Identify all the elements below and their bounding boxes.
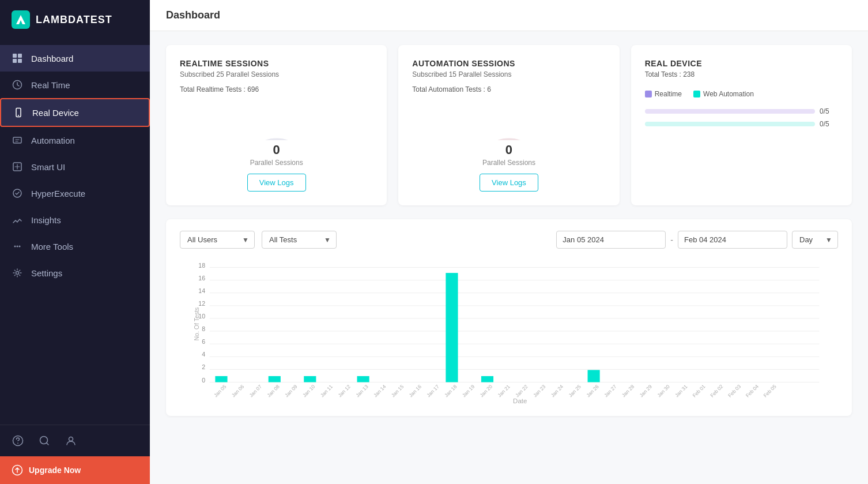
realtime-card-subtitle: Subscribed 25 Parallel Sessions	[180, 70, 373, 78]
legend-webautomation-dot	[693, 91, 700, 97]
svg-point-11	[14, 246, 16, 247]
realtime-parallel-label: Parallel Sessions	[250, 159, 303, 167]
svg-text:Feb 03: Feb 03	[727, 384, 742, 399]
sidebar-item-hyperexecute[interactable]: HyperExecute	[0, 180, 150, 207]
realtime-view-logs-button[interactable]: View Logs	[247, 174, 306, 192]
svg-point-12	[17, 246, 18, 247]
legend-webautomation-label: Web Automation	[703, 90, 754, 98]
automation-icon	[12, 134, 23, 146]
progress-bar-bg-1	[645, 109, 815, 114]
bar-jan14	[357, 376, 369, 382]
tests-filter-wrapper: All Tests ▼	[262, 231, 337, 249]
sidebar-item-label: Real Device	[32, 108, 79, 118]
realdevice-card-title: REAL DEVICE	[645, 59, 838, 68]
svg-text:4: 4	[202, 351, 205, 358]
sidebar-item-label: Automation	[31, 136, 75, 145]
automation-view-logs-button[interactable]: View Logs	[480, 174, 538, 192]
svg-text:Jan 25: Jan 25	[568, 384, 583, 399]
automation-card-title: AUTOMATION SESSIONS	[412, 59, 605, 68]
sidebar-item-realdevice[interactable]: Real Device	[0, 98, 150, 127]
realtime-icon	[12, 79, 23, 91]
granularity-select[interactable]: Day	[792, 231, 838, 249]
hyperexecute-icon	[12, 187, 23, 199]
svg-text:Jan 21: Jan 21	[496, 384, 511, 399]
sidebar-item-realtime[interactable]: Real Time	[0, 72, 150, 98]
logo: LAMBDATEST	[0, 0, 150, 39]
svg-text:Date: Date	[513, 397, 527, 404]
sidebar-item-smartui[interactable]: Smart UI	[0, 153, 150, 180]
svg-text:Feb 01: Feb 01	[692, 384, 707, 399]
sidebar-item-insights[interactable]: Insights	[0, 207, 150, 233]
page-header: Dashboard	[150, 0, 868, 31]
progress-bar-bg-2	[645, 122, 815, 126]
svg-text:14: 14	[198, 287, 205, 294]
svg-text:Jan 28: Jan 28	[621, 384, 636, 399]
bar-jan10	[304, 376, 316, 382]
svg-text:Jan 18: Jan 18	[443, 384, 458, 399]
sidebar-item-label: More Tools	[31, 242, 73, 252]
svg-point-14	[16, 272, 19, 275]
realtime-sessions-card: REALTIME SESSIONS Subscribed 25 Parallel…	[166, 45, 387, 205]
automation-parallel-label: Parallel Sessions	[482, 159, 535, 167]
svg-point-17	[69, 437, 73, 441]
legend-webautomation: Web Automation	[693, 90, 754, 98]
users-filter-select[interactable]: All Users	[180, 231, 255, 249]
svg-text:Jan 07: Jan 07	[248, 384, 263, 399]
automation-card-subtitle: Subscribed 15 Parallel Sessions	[412, 70, 605, 78]
sidebar-item-moretools[interactable]: More Tools	[0, 233, 150, 260]
realdevice-legend: Realtime Web Automation	[645, 90, 838, 98]
svg-text:Jan 31: Jan 31	[674, 384, 689, 399]
svg-point-7	[18, 115, 19, 116]
svg-text:Jan 09: Jan 09	[284, 384, 299, 399]
realdevice-card-stat: Total Tests : 238	[645, 70, 838, 78]
tests-filter-select[interactable]: All Tests	[262, 231, 337, 249]
svg-text:No. Of Tests: No. Of Tests	[193, 307, 200, 341]
svg-text:Jan 10: Jan 10	[301, 384, 316, 399]
sidebar-bottom-icons	[0, 425, 150, 456]
progress-row-1: 0/5	[645, 107, 838, 115]
svg-text:Jan 29: Jan 29	[639, 384, 654, 399]
help-icon[interactable]	[12, 434, 24, 447]
automation-card-stat: Total Automation Tests : 6	[412, 85, 605, 93]
bar-jan28	[588, 370, 600, 382]
svg-text:Jan 20: Jan 20	[479, 384, 494, 399]
sidebar-item-settings[interactable]: Settings	[0, 260, 150, 286]
smartui-icon	[12, 161, 23, 172]
settings-icon	[12, 267, 23, 279]
svg-text:Feb 05: Feb 05	[763, 384, 778, 399]
svg-rect-3	[13, 59, 17, 63]
date-start-input[interactable]	[556, 231, 666, 249]
svg-text:Jan 13: Jan 13	[354, 384, 369, 399]
legend-realtime-dot	[645, 91, 652, 97]
svg-point-13	[19, 246, 21, 247]
bar-jan08	[269, 376, 281, 382]
date-separator: -	[670, 235, 673, 245]
svg-text:16: 16	[198, 275, 205, 282]
svg-text:Jan 08: Jan 08	[266, 384, 281, 399]
realdevice-icon	[13, 107, 24, 118]
upgrade-icon	[12, 464, 23, 476]
legend-realtime-label: Realtime	[655, 90, 682, 98]
sidebar-item-label: Smart UI	[31, 162, 65, 172]
svg-text:Feb 04: Feb 04	[745, 384, 760, 399]
automation-sessions-card: AUTOMATION SESSIONS Subscribed 15 Parall…	[398, 45, 619, 205]
chart-section: All Users ▼ All Tests ▼ - Day	[166, 219, 852, 416]
svg-text:Feb 02: Feb 02	[709, 384, 724, 399]
upgrade-bar[interactable]: Upgrade Now	[0, 456, 150, 484]
automation-parallel-value: 0	[505, 142, 512, 157]
profile-icon[interactable]	[65, 434, 77, 447]
sidebar-item-dashboard[interactable]: Dashboard	[0, 45, 150, 72]
progress-label-2: 0/5	[820, 120, 838, 128]
svg-text:Jan 23: Jan 23	[532, 384, 547, 399]
cards-row: REALTIME SESSIONS Subscribed 25 Parallel…	[166, 45, 852, 205]
date-end-input[interactable]	[678, 231, 787, 249]
sidebar-item-label: Insights	[31, 215, 61, 225]
search-icon[interactable]	[38, 434, 51, 447]
realtime-card-stat: Total Realtime Tests : 696	[180, 85, 373, 93]
upgrade-label: Upgrade Now	[29, 466, 81, 475]
svg-text:Jan 30: Jan 30	[656, 384, 671, 399]
users-filter-wrapper: All Users ▼	[180, 231, 255, 249]
svg-text:Jan 12: Jan 12	[337, 384, 352, 399]
page-title: Dashboard	[166, 9, 852, 21]
sidebar-item-automation[interactable]: Automation	[0, 127, 150, 153]
